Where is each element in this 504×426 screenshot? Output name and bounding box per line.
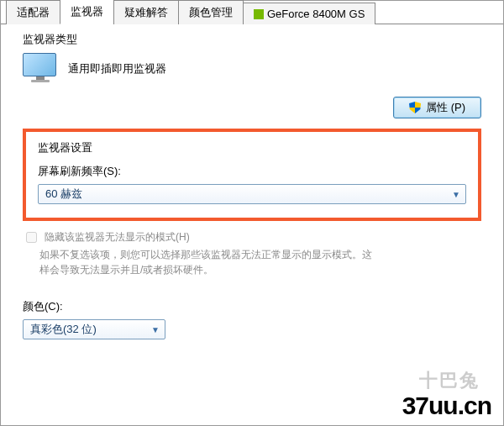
uac-shield-icon	[409, 102, 421, 113]
monitor-name: 通用即插即用监视器	[68, 61, 166, 76]
tab-label: 疑难解答	[124, 6, 168, 18]
tab-bar: 适配器 监视器 疑难解答 颜色管理 GeForce 8400M GS	[1, 1, 503, 24]
tab-label: 适配器	[17, 6, 50, 18]
select-value: 60 赫兹	[45, 187, 82, 202]
hide-modes-checkbox[interactable]	[26, 232, 37, 243]
refresh-rate-select[interactable]: 60 赫兹 ▼	[38, 184, 466, 204]
tab-label: GeForce 8400M GS	[267, 8, 365, 20]
hide-modes-label: 隐藏该监视器无法显示的模式(H)	[45, 230, 190, 245]
hide-modes-hint: 如果不复选该项，则您可以选择那些该监视器无法正常显示的显示模式。这样会导致无法显…	[39, 247, 375, 277]
tab-gpu[interactable]: GeForce 8400M GS	[243, 3, 375, 24]
tab-troubleshoot[interactable]: 疑难解答	[113, 0, 179, 24]
select-value: 真彩色(32 位)	[30, 322, 97, 337]
color-label: 颜色(C):	[23, 299, 481, 314]
monitor-settings-group: 监视器设置 屏幕刷新频率(S): 60 赫兹 ▼	[23, 129, 481, 221]
monitor-type-row: 通用即插即用监视器	[23, 53, 481, 85]
properties-button[interactable]: 属性 (P)	[393, 97, 481, 118]
tab-color-management[interactable]: 颜色管理	[178, 0, 244, 24]
tab-panel-monitor: 监视器类型 通用即插即用监视器 属性 (P) 监视器设置 屏幕刷新频率(S):	[1, 24, 503, 348]
tab-adapter[interactable]: 适配器	[6, 0, 60, 24]
refresh-rate-label: 屏幕刷新频率(S):	[38, 164, 466, 179]
watermark: 37uu.cn	[402, 392, 491, 420]
hide-modes-row: 隐藏该监视器无法显示的模式(H)	[23, 229, 481, 245]
monitor-type-group: 监视器类型 通用即插即用监视器 属性 (P)	[23, 33, 481, 118]
tab-label: 监视器	[71, 5, 103, 18]
display-properties-window: 适配器 监视器 疑难解答 颜色管理 GeForce 8400M GS 监视器类型…	[0, 0, 504, 426]
monitor-icon	[23, 53, 58, 85]
chevron-down-icon: ▼	[452, 190, 460, 199]
chevron-down-icon: ▼	[151, 325, 160, 334]
tab-label: 颜色管理	[189, 6, 233, 18]
color-depth-select[interactable]: 真彩色(32 位) ▼	[23, 319, 165, 339]
nvidia-icon	[254, 9, 264, 19]
group-title: 监视器类型	[19, 32, 81, 47]
watermark-sub: 十巴兔	[419, 368, 480, 393]
tab-monitor[interactable]: 监视器	[60, 0, 114, 24]
group-title: 监视器设置	[38, 140, 466, 155]
button-label: 属性 (P)	[426, 100, 465, 115]
